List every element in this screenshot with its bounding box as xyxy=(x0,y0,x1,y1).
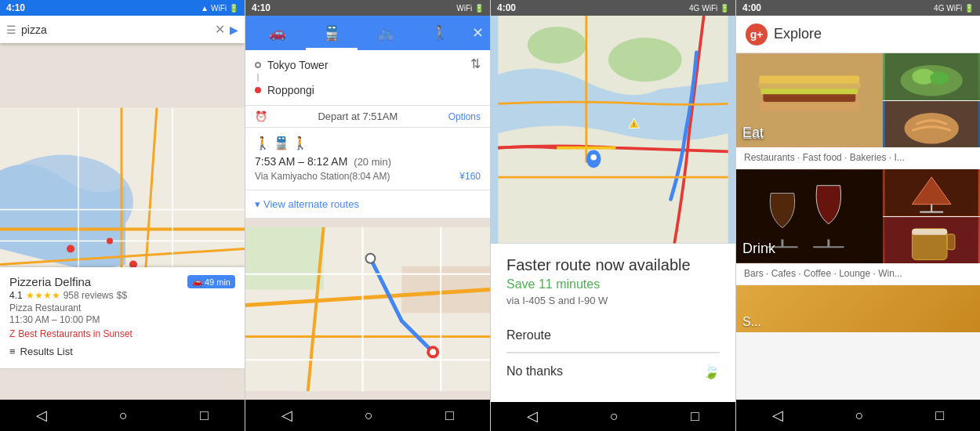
signal-icon-2: WiFi 🔋 xyxy=(456,4,484,13)
recent-button-4[interactable]: □ xyxy=(935,407,944,424)
android-nav-1: ◁ ○ □ xyxy=(0,400,245,431)
eat-side-images xyxy=(883,53,980,147)
train-icon: 🚆 xyxy=(274,136,289,150)
shop-images: S... xyxy=(736,285,980,332)
status-icons-4: 4G WiFi 🔋 xyxy=(934,4,974,13)
svg-point-17 xyxy=(107,238,113,244)
leaf-icon: 🍃 xyxy=(702,363,720,380)
panel-explore: 4:00 4G WiFi 🔋 g+ Explore xyxy=(735,0,980,431)
drink-images: Drink xyxy=(736,169,980,263)
status-bar-3: 4:00 4G WiFi 🔋 xyxy=(491,0,735,16)
map-panel-2[interactable] xyxy=(245,219,490,400)
back-button-2[interactable]: ◁ xyxy=(281,407,292,424)
signal-icon-1: ▲ xyxy=(201,4,209,13)
drive-badge: 🚗 49 min xyxy=(187,275,235,288)
svg-point-40 xyxy=(590,154,596,160)
svg-point-35 xyxy=(528,27,586,63)
results-list-button[interactable]: ≡ Results List xyxy=(9,342,235,360)
no-thanks-button[interactable]: No thanks 🍃 xyxy=(506,353,720,389)
svg-point-34 xyxy=(608,38,682,81)
search-input[interactable] xyxy=(21,24,210,36)
home-button-2[interactable]: ○ xyxy=(365,407,373,424)
category-shop[interactable]: S... xyxy=(736,285,980,332)
svg-rect-66 xyxy=(947,234,955,249)
back-button-4[interactable]: ◁ xyxy=(772,407,783,424)
route-duration: (20 min) xyxy=(354,156,391,168)
tab-bike[interactable]: 🚲 xyxy=(361,16,412,50)
back-button-3[interactable]: ◁ xyxy=(527,407,538,425)
directions-header: Tokyo Tower Roppongi ⇅ xyxy=(245,50,490,106)
no-thanks-text: No thanks xyxy=(506,364,563,378)
tab-transit[interactable]: 🚆 xyxy=(306,16,357,50)
map-panel-1[interactable]: Pizzeria Delfina 4.1 ★★★★ 958 reviews $$… xyxy=(0,43,245,400)
faster-subtitle: Save 11 minutes xyxy=(506,277,720,292)
reroute-button[interactable]: Reroute xyxy=(506,319,720,353)
price-level: $$ xyxy=(117,290,127,301)
waypoint-to: Roppongi xyxy=(255,81,470,99)
panel-faster-route: 4:00 4G WiFi 🔋 xyxy=(490,0,735,431)
to-dot xyxy=(255,87,261,93)
eat-main-image: Eat xyxy=(736,53,883,147)
explore-content[interactable]: Eat xyxy=(736,53,980,400)
result-name: Pizzeria Delfina xyxy=(9,275,127,288)
svg-point-14 xyxy=(67,245,74,253)
category-eat[interactable]: Eat xyxy=(736,53,980,168)
tab-drive[interactable]: 🚗 xyxy=(252,16,303,50)
recent-button-1[interactable]: □ xyxy=(200,407,209,424)
map-panel-3[interactable]: ! xyxy=(491,16,735,244)
promo-text: Z Best Restaurants in Sunset xyxy=(9,328,235,339)
wifi-icon-1: WiFi xyxy=(211,4,227,13)
route-info[interactable]: 🚶 🚆 🚶 7:53 AM – 8:12 AM (20 min) Via Kam… xyxy=(245,128,490,190)
status-time-2: 4:10 xyxy=(252,2,270,13)
search-bar: ☰ ✕ ▶ xyxy=(0,16,245,43)
close-directions-button[interactable]: ✕ xyxy=(472,24,484,42)
drink-side-images xyxy=(883,169,980,263)
eat-subtypes: Restaurants · Fast food · Bakeries · I..… xyxy=(736,147,980,168)
status-icons-3: 4G WiFi 🔋 xyxy=(689,4,729,13)
route-time-range: 7:53 AM – 8:12 AM xyxy=(255,155,347,168)
category-drink[interactable]: Drink Bars · Cafes · Coffee · Lounge · W… xyxy=(736,169,980,284)
alt-routes-button[interactable]: ▾ View alternate routes xyxy=(245,190,490,219)
svg-rect-55 xyxy=(736,170,883,263)
panel-search: 4:10 ▲ WiFi 🔋 ☰ ✕ ▶ xyxy=(0,0,245,431)
back-button-1[interactable]: ◁ xyxy=(36,407,47,424)
depart-icon: ⏰ xyxy=(255,110,267,122)
shop-label: S... xyxy=(742,315,761,329)
clear-search-button[interactable]: ✕ xyxy=(215,22,225,37)
depart-time: Depart at 7:51AM xyxy=(318,110,397,122)
swap-directions-button[interactable]: ⇅ xyxy=(470,56,481,71)
panel-transit: 4:10 WiFi 🔋 🚗 🚆 🚲 🚶 ✕ Tokyo Tower Roppon… xyxy=(245,0,490,431)
faster-via: via I-405 S and I-90 W xyxy=(506,295,720,306)
home-button-1[interactable]: ○ xyxy=(119,407,128,424)
status-bar-1: 4:10 ▲ WiFi 🔋 xyxy=(0,0,245,16)
tab-walk[interactable]: 🚶 xyxy=(415,16,466,50)
eat-bot-image xyxy=(883,101,980,148)
svg-point-32 xyxy=(430,349,436,355)
svg-text:!: ! xyxy=(633,122,635,128)
svg-point-30 xyxy=(366,254,376,263)
recent-button-2[interactable]: □ xyxy=(445,407,454,424)
mic-icon[interactable]: ▶ xyxy=(230,24,238,36)
search-icon: ☰ xyxy=(6,24,16,36)
drink-bot-image xyxy=(883,217,980,264)
status-bar-4: 4:00 4G WiFi 🔋 xyxy=(736,0,980,16)
android-nav-3: ◁ ○ □ xyxy=(491,402,735,431)
depart-bar: ⏰ Depart at 7:51AM Options xyxy=(245,106,490,128)
svg-rect-48 xyxy=(759,76,859,84)
wifi-icon-3: WiFi 🔋 xyxy=(702,4,729,13)
result-card: Pizzeria Delfina 4.1 ★★★★ 958 reviews $$… xyxy=(0,267,245,368)
home-button-3[interactable]: ○ xyxy=(610,408,619,425)
result-rating: 4.1 ★★★★ 958 reviews $$ xyxy=(9,290,127,301)
explore-header: g+ Explore xyxy=(736,16,980,53)
home-button-4[interactable]: ○ xyxy=(855,407,864,424)
status-time-3: 4:00 xyxy=(497,2,516,13)
drink-main-image xyxy=(736,169,883,263)
drink-top-image xyxy=(883,169,980,216)
options-button[interactable]: Options xyxy=(448,111,481,122)
result-hours: 11:30 AM – 10:00 PM xyxy=(9,314,127,325)
status-icons-1: ▲ WiFi 🔋 xyxy=(201,4,238,13)
result-type: Pizza Restaurant xyxy=(9,302,127,313)
chevron-down-icon: ▾ xyxy=(255,198,260,210)
explore-logo: g+ xyxy=(746,24,768,45)
recent-button-3[interactable]: □ xyxy=(691,408,699,425)
